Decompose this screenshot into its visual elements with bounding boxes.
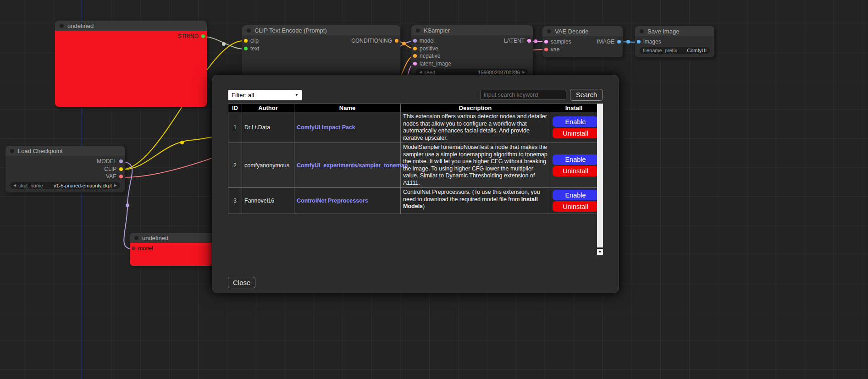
- collapse-dot-icon[interactable]: [10, 149, 14, 153]
- enable-button[interactable]: Enable: [553, 154, 598, 165]
- widget-value: 156680208700286: [478, 70, 520, 75]
- node-title-bar[interactable]: undefined: [55, 21, 207, 31]
- decrement-arrow-icon[interactable]: [419, 71, 422, 74]
- cell-author: Fannovel16: [242, 188, 294, 214]
- text-input-dot[interactable]: [244, 47, 248, 50]
- search-button[interactable]: Search: [570, 89, 603, 101]
- slot-label: VAE: [106, 173, 116, 180]
- slot-label: text: [250, 45, 259, 52]
- search-input[interactable]: [480, 90, 566, 100]
- input-slot-text[interactable]: text: [242, 45, 400, 53]
- output-slot-conditioning[interactable]: CONDITIONING: [351, 37, 400, 45]
- vae-input-dot[interactable]: [544, 48, 548, 51]
- table-header-row: ID Author Name Description Install: [228, 104, 598, 112]
- string-output-dot[interactable]: [201, 34, 205, 38]
- input-slot-vae[interactable]: vae: [542, 46, 623, 54]
- extension-link[interactable]: ComfyUI Impact Pack: [297, 124, 355, 131]
- widget-name: seed: [424, 70, 435, 75]
- node-load-checkpoint[interactable]: Load Checkpoint MODEL CLIP VAE ckpt_name…: [6, 146, 125, 192]
- cell-author: comfyanonymous: [242, 143, 294, 188]
- collapse-dot-icon[interactable]: [134, 236, 138, 240]
- slot-label: latent_image: [420, 60, 451, 67]
- slot-label: LATENT: [504, 38, 525, 44]
- model-input-dot[interactable]: [413, 39, 417, 43]
- uninstall-button[interactable]: Uninstall: [553, 201, 598, 212]
- slot-label: MODEL: [97, 158, 116, 165]
- uninstall-button[interactable]: Uninstall: [553, 128, 598, 138]
- latent-image-input-dot[interactable]: [413, 62, 417, 66]
- node-graph-canvas[interactable]: undefined STRING CLIP Text Encode (Promp…: [0, 0, 868, 379]
- node-title-bar[interactable]: KSampler: [411, 25, 533, 35]
- node-title: KSampler: [424, 27, 450, 34]
- slot-label: images: [643, 38, 661, 45]
- cell-id: 1: [228, 112, 242, 143]
- increment-arrow-icon[interactable]: [522, 71, 525, 74]
- vae-output-dot[interactable]: [119, 175, 123, 178]
- conditioning-output-dot[interactable]: [395, 39, 398, 43]
- cell-install: Enable Uninstall: [550, 112, 598, 143]
- negative-input-dot[interactable]: [413, 54, 417, 58]
- ckpt-name-widget[interactable]: ckpt_name v1-5-pruned-emaonly.ckpt: [10, 182, 120, 189]
- close-button[interactable]: Close: [228, 277, 255, 288]
- output-slot-image[interactable]: IMAGE: [597, 38, 623, 46]
- slot-label: IMAGE: [597, 38, 614, 45]
- slot-label: positive: [420, 45, 438, 52]
- node-title-bar[interactable]: Load Checkpoint: [6, 146, 125, 156]
- positive-input-dot[interactable]: [413, 47, 417, 50]
- output-slot-model[interactable]: MODEL: [97, 158, 125, 165]
- input-slot-latent-image[interactable]: latent_image: [411, 60, 533, 68]
- header-description: Description: [401, 104, 550, 112]
- next-option-arrow-icon[interactable]: [114, 184, 117, 187]
- scrollbar-thumb[interactable]: [597, 104, 603, 247]
- node-title: undefined: [142, 235, 168, 242]
- dialog-topbar: Filter: all Search: [228, 89, 603, 101]
- node-vae-decode[interactable]: VAE Decode samples vae IMAGE: [542, 26, 623, 57]
- node-title: VAE Decode: [555, 28, 588, 35]
- collapse-dot-icon[interactable]: [640, 29, 644, 33]
- filter-select-value: Filter: all: [232, 92, 254, 99]
- image-output-dot[interactable]: [617, 40, 621, 44]
- output-slot-clip[interactable]: CLIP: [104, 165, 125, 173]
- input-slot-negative[interactable]: negative: [411, 52, 533, 60]
- enable-button[interactable]: Enable: [553, 116, 598, 127]
- latent-output-dot[interactable]: [527, 39, 531, 43]
- node-title: Save Image: [647, 28, 679, 35]
- samples-input-dot[interactable]: [544, 40, 548, 44]
- output-slot-latent[interactable]: LATENT: [504, 37, 533, 45]
- enable-button[interactable]: Enable: [553, 190, 598, 200]
- slot-label: STRING: [178, 33, 199, 39]
- widget-value: v1-5-pruned-emaonly.ckpt: [54, 183, 112, 188]
- scrollbar[interactable]: [597, 104, 603, 255]
- filter-select[interactable]: Filter: all: [228, 90, 302, 100]
- clip-input-dot[interactable]: [244, 39, 248, 43]
- node-title-bar[interactable]: CLIP Text Encode (Prompt): [242, 25, 400, 35]
- images-input-dot[interactable]: [637, 40, 641, 44]
- prev-option-arrow-icon[interactable]: [13, 184, 16, 187]
- widget-value: ComfyUI: [687, 48, 707, 53]
- filename-prefix-widget[interactable]: filename_prefix ComfyUI: [640, 47, 710, 54]
- node-title-bar[interactable]: VAE Decode: [542, 26, 623, 36]
- model-output-dot[interactable]: [119, 159, 123, 163]
- input-slot-positive[interactable]: positive: [411, 45, 533, 53]
- collapse-dot-icon[interactable]: [416, 28, 420, 33]
- node-save-image[interactable]: Save Image images filename_prefix ComfyU…: [635, 26, 714, 57]
- collapse-dot-icon[interactable]: [60, 24, 64, 28]
- output-slot-vae[interactable]: VAE: [106, 173, 125, 181]
- slot-label: vae: [551, 46, 559, 53]
- clip-output-dot[interactable]: [119, 167, 123, 171]
- extension-link[interactable]: ControlNet Preprocessors: [297, 198, 368, 204]
- node-undefined-top[interactable]: undefined STRING: [55, 21, 207, 107]
- manager-dialog: Filter: all Search ID Author Name Desc: [212, 75, 619, 293]
- output-slot-string[interactable]: STRING: [178, 33, 207, 40]
- collapse-dot-icon[interactable]: [547, 29, 551, 33]
- caret-down-icon: [598, 250, 602, 253]
- node-title: undefined: [67, 22, 94, 29]
- uninstall-button[interactable]: Uninstall: [553, 166, 598, 176]
- scroll-down-button[interactable]: [597, 249, 603, 255]
- collapse-dot-icon[interactable]: [247, 28, 251, 33]
- node-title-bar[interactable]: Save Image: [635, 26, 714, 36]
- input-slot-images[interactable]: images: [635, 38, 714, 46]
- extension-link[interactable]: ComfyUI_experiments/sampler_tonemap: [297, 162, 408, 169]
- model-input-dot[interactable]: [132, 247, 135, 250]
- header-author: Author: [242, 104, 294, 112]
